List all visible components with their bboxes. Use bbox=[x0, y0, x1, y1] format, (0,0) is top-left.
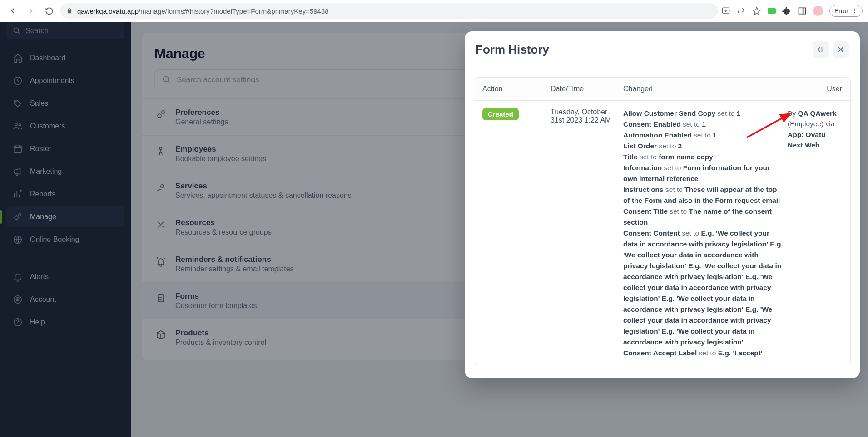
change-field: Consent Accept Label bbox=[623, 349, 697, 357]
setto-text: set to bbox=[697, 349, 718, 357]
user-name: QA QAwerk bbox=[798, 109, 836, 117]
setto-text: set to bbox=[692, 131, 713, 139]
change-value: E.g. 'I accept' bbox=[718, 349, 763, 357]
collapse-icon bbox=[816, 45, 825, 54]
table-header: Action Date/Time Changed User bbox=[474, 78, 850, 101]
cell-datetime: Tuesday, October 31st 2023 1:22 AM bbox=[551, 108, 619, 124]
change-line: Consent Title set to The name of the con… bbox=[623, 206, 783, 228]
user-app: App: Ovatu Next Web bbox=[788, 131, 826, 149]
install-icon[interactable] bbox=[721, 6, 730, 15]
svg-point-4 bbox=[854, 12, 855, 13]
change-line: Information set to Form information for … bbox=[623, 162, 783, 184]
change-value: 1 bbox=[737, 109, 741, 117]
col-action: Action bbox=[482, 85, 546, 93]
cell-user: By QA QAwerk (Employee) via App: Ovatu N… bbox=[788, 108, 842, 150]
change-field: Instructions bbox=[623, 186, 664, 193]
setto-text: set to bbox=[664, 186, 685, 193]
change-value: 2 bbox=[678, 142, 682, 150]
svg-point-3 bbox=[854, 10, 855, 11]
setto-text: set to bbox=[680, 229, 701, 237]
profile-avatar[interactable] bbox=[813, 6, 823, 16]
setto-text: set to bbox=[662, 164, 683, 172]
history-table: Action Date/Time Changed User Created Tu… bbox=[474, 77, 851, 366]
address-bar[interactable]: qawerkqa.ovatu.app/manage/forms#/history… bbox=[60, 3, 718, 19]
change-value: E.g. 'We collect your data in accordance… bbox=[623, 229, 783, 346]
modal-body: Action Date/Time Changed User Created Tu… bbox=[465, 68, 860, 378]
lock-icon bbox=[66, 8, 73, 14]
col-user: User bbox=[788, 85, 842, 93]
setto-text: set to bbox=[681, 120, 702, 128]
modal-title: Form History bbox=[476, 43, 549, 57]
user-via-prefix: via bbox=[823, 120, 834, 128]
change-value: 1 bbox=[713, 131, 717, 139]
kebab-icon bbox=[851, 8, 858, 14]
change-field: Title bbox=[623, 153, 638, 161]
setto-text: set to bbox=[638, 153, 659, 161]
change-field: Consent Enabled bbox=[623, 120, 681, 128]
modal-header: Form History bbox=[465, 31, 860, 68]
change-line: Consent Enabled set to 1 bbox=[623, 119, 783, 130]
modal-overlay[interactable]: Form History Action Date/Time Changed Us… bbox=[0, 22, 868, 437]
change-line: Allow Customer Send Copy set to 1 bbox=[623, 108, 783, 119]
svg-rect-1 bbox=[799, 8, 805, 14]
change-field: Automation Enabled bbox=[623, 131, 692, 139]
change-line: Instructions set to These will appear at… bbox=[623, 184, 783, 206]
change-line: Consent Accept Label set to E.g. 'I acce… bbox=[623, 348, 783, 358]
change-value: 1 bbox=[702, 120, 706, 128]
change-field: Allow Customer Send Copy bbox=[623, 109, 715, 117]
setto-text: set to bbox=[668, 207, 689, 215]
share-icon[interactable] bbox=[737, 6, 746, 15]
camera-icon[interactable] bbox=[768, 8, 776, 14]
reload-button[interactable] bbox=[42, 4, 56, 18]
forward-button[interactable] bbox=[24, 4, 38, 18]
close-icon bbox=[836, 45, 845, 54]
col-datetime: Date/Time bbox=[551, 85, 619, 93]
change-field: Information bbox=[623, 164, 662, 172]
panel-icon[interactable] bbox=[798, 6, 807, 15]
change-line: List Order set to 2 bbox=[623, 141, 783, 152]
setto-text: set to bbox=[715, 109, 737, 117]
extensions-icon[interactable] bbox=[782, 6, 791, 15]
table-row: Created Tuesday, October 31st 2023 1:22 … bbox=[474, 101, 850, 366]
svg-point-2 bbox=[854, 9, 855, 10]
close-button[interactable] bbox=[833, 41, 849, 58]
col-changed: Changed bbox=[623, 85, 783, 93]
change-field: Consent Title bbox=[623, 207, 668, 215]
error-chip[interactable]: Error bbox=[829, 5, 863, 17]
form-history-modal: Form History Action Date/Time Changed Us… bbox=[465, 31, 860, 378]
collapse-button[interactable] bbox=[813, 41, 829, 58]
error-label: Error bbox=[834, 7, 848, 15]
url-text: qawerkqa.ovatu.app/manage/forms#/history… bbox=[77, 7, 329, 15]
change-line: Title set to form name copy bbox=[623, 152, 783, 162]
cell-action: Created bbox=[482, 108, 546, 120]
change-line: Automation Enabled set to 1 bbox=[623, 130, 783, 141]
datetime-text: Tuesday, October 31st 2023 1:22 AM bbox=[551, 108, 619, 124]
change-value: form name copy bbox=[659, 153, 713, 161]
cell-changed: Allow Customer Send Copy set to 1Consent… bbox=[623, 108, 783, 358]
created-badge: Created bbox=[482, 108, 519, 120]
user-by-prefix: By bbox=[788, 109, 798, 117]
bookmark-icon[interactable] bbox=[752, 6, 761, 15]
change-field: List Order bbox=[623, 142, 657, 150]
setto-text: set to bbox=[657, 142, 678, 150]
back-button[interactable] bbox=[5, 4, 20, 18]
change-line: Consent Content set to E.g. 'We collect … bbox=[623, 228, 783, 348]
browser-toolbar: qawerkqa.ovatu.app/manage/forms#/history… bbox=[0, 0, 868, 22]
user-role: (Employee) bbox=[788, 120, 823, 128]
change-field: Consent Content bbox=[623, 229, 680, 237]
